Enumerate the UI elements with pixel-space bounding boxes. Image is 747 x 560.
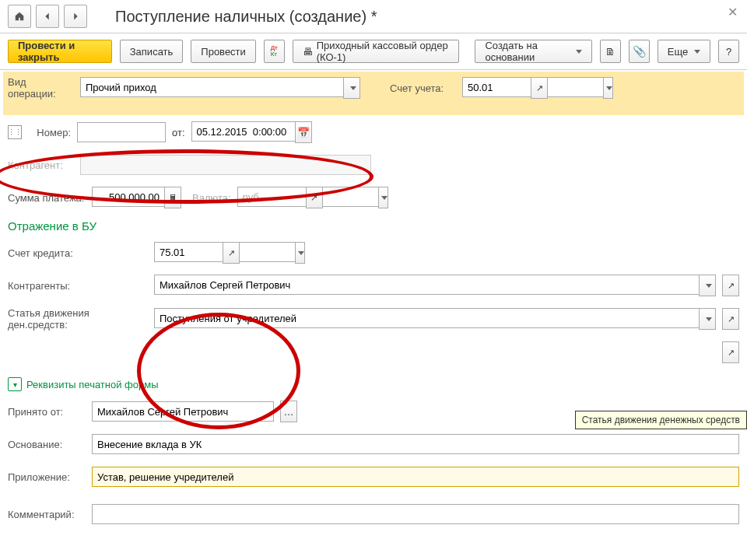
document-icon: 🗎 [605,46,615,58]
currency-open: ↗ [306,187,323,208]
from-label: от: [172,127,185,138]
open-icon: ↗ [536,83,543,93]
number-input[interactable] [77,122,166,142]
cashflow-dropdown[interactable] [699,308,716,330]
counterparty-label: Контрагент: [8,159,74,171]
comment-label: Комментарий: [8,509,86,520]
arrow-left-icon [42,11,53,22]
create-based-on-button[interactable]: Создать на основании [475,40,592,63]
collapse-icon: ▾ [8,377,22,391]
cashflow-tooltip: Статья движения денежных средств [575,411,747,429]
home-icon [14,11,25,22]
account-open[interactable]: ↗ [531,77,548,99]
basis-input[interactable] [92,434,739,454]
counterparties-label: Контрагенты: [8,280,148,292]
chevron-down-icon [706,284,712,288]
account-label: Счет учета: [390,82,456,94]
attachment-input[interactable] [92,467,739,487]
date-input[interactable] [191,121,295,142]
arrow-right-icon [70,11,81,22]
print-order-label: Приходный кассовый ордер (КО-1) [317,40,450,63]
attachment-label: Приложение: [8,471,86,483]
action-toolbar: Провести и закрыть Записать Провести ДтК… [0,33,747,70]
cashflow-open[interactable]: ↗ [722,308,739,330]
op-type-dropdown[interactable] [343,77,360,99]
sum-label: Сумма платежа: [8,192,86,204]
basis-label: Основание: [8,439,86,450]
chevron-down-icon [298,251,304,255]
open-icon: ↗ [728,314,735,324]
numbering-icon[interactable]: ⋮⋮ [8,125,22,139]
credit-account-open[interactable]: ↗ [223,242,240,264]
received-from-label: Принято от: [8,406,86,418]
paperclip-icon: 📎 [633,45,646,58]
attach-button[interactable]: 📎 [629,40,650,63]
sum-calc[interactable]: 🖩 [164,187,181,208]
chevron-down-icon [350,86,356,90]
create-based-label: Создать на основании [485,40,570,63]
bu-section-title: Отражение в БУ [8,219,739,233]
more-button[interactable]: Еще [658,40,710,63]
cashflow-input[interactable] [154,308,699,328]
calculator-icon: 🖩 [169,193,177,202]
top-nav-bar: Поступление наличных (создание) * [0,0,747,33]
date-picker[interactable]: 📅 [295,121,312,143]
back-button[interactable] [36,5,59,28]
chevron-down-icon [381,196,388,200]
number-label: Номер: [28,127,71,138]
op-type-highlight: Вид операции: Счет учета: ↗ [3,72,744,115]
chevron-down-icon [706,317,712,321]
credit-account-dropdown[interactable] [295,242,305,264]
counterparties-open[interactable]: ↗ [722,275,739,296]
counterparties-input[interactable] [154,275,699,295]
op-type-input[interactable] [80,77,343,97]
close-button[interactable]: ✕ [728,5,738,19]
counterparty-input [80,155,371,175]
home-button[interactable] [8,5,31,28]
comment-input[interactable] [92,504,739,524]
received-from-pick[interactable]: … [280,401,297,422]
more-label: Еще [668,46,688,58]
credit-account-label: Счет кредита: [8,247,148,259]
account-dropdown[interactable] [603,77,613,99]
help-button[interactable]: ? [718,40,739,63]
post-and-close-button[interactable]: Провести и закрыть [8,40,112,63]
cashflow-label: Статья движения ден.средств: [8,307,148,331]
extra-open[interactable]: ↗ [722,341,739,363]
print-requisites-label: Реквизиты печатной формы [26,379,159,390]
calendar-icon: 📅 [297,127,310,138]
write-button[interactable]: Записать [120,40,184,63]
dt-kt-button[interactable]: ДтКт [264,40,285,63]
post-button[interactable]: Провести [191,40,256,63]
open-icon: ↗ [310,193,317,203]
chevron-down-icon [576,50,582,54]
op-type-label: Вид операции: [8,76,74,100]
open-icon: ↗ [728,348,735,358]
received-from-input[interactable] [92,401,274,422]
counterparties-dropdown[interactable] [699,275,716,296]
printer-icon: 🖶 [303,46,313,58]
open-icon: ↗ [728,281,735,291]
dt-kt-icon: ДтКт [271,45,278,58]
forward-button[interactable] [64,5,87,28]
print-order-button[interactable]: 🖶 Приходный кассовый ордер (КО-1) [293,40,460,63]
sum-input[interactable] [92,187,164,207]
form-body: Вид операции: Счет учета: ↗ ⋮⋮ Номер: от… [0,70,747,542]
print-requisites-toggle[interactable]: ▾ Реквизиты печатной формы [8,377,739,391]
currency-label: Валюта: [192,192,231,204]
open-icon: ↗ [228,248,235,258]
chevron-down-icon [694,50,700,54]
chevron-down-icon [606,86,612,90]
currency-dropdown [378,187,388,208]
report-button[interactable]: 🗎 [600,40,621,63]
page-title: Поступление наличных (создание) * [115,8,377,26]
